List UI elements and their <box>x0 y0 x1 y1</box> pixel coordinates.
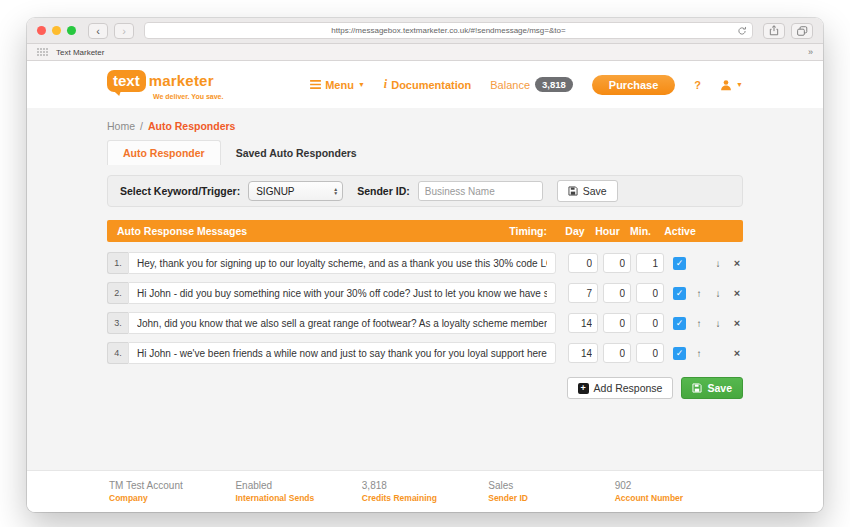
address-bar[interactable]: https://messagebox.textmarketer.co.uk/#!… <box>144 22 753 39</box>
footer-item: Sales Sender ID <box>488 480 614 503</box>
day-input[interactable] <box>568 253 598 273</box>
footer-label[interactable]: Sender ID <box>488 493 614 503</box>
footer-label[interactable]: International Sends <box>235 493 361 503</box>
save-disk-icon <box>692 383 702 393</box>
sender-id-input[interactable] <box>418 181 543 201</box>
day-input[interactable] <box>568 283 598 303</box>
overflow-chevrons[interactable]: » <box>808 47 813 57</box>
browser-toolbar: ‹ › https://messagebox.textmarketer.co.u… <box>27 18 823 44</box>
logo-name: marketer <box>149 72 214 89</box>
table-row: 2. ✓ ↑ ↓ × <box>107 282 743 304</box>
active-checkbox[interactable]: ✓ <box>673 287 686 300</box>
col-min: Min. <box>624 225 657 237</box>
delete-row-icon[interactable]: × <box>731 287 743 299</box>
day-input[interactable] <box>568 313 598 333</box>
plus-icon: + <box>578 383 589 394</box>
move-up-icon[interactable]: ↑ <box>693 348 705 359</box>
app-header: text marketer We deliver. You save. Menu… <box>27 61 823 108</box>
breadcrumb-separator: / <box>140 120 143 132</box>
footer-item: 902 Account Number <box>615 480 741 503</box>
documentation-link[interactable]: i Documentation <box>384 77 471 92</box>
hour-input[interactable] <box>603 283 631 303</box>
account-menu[interactable]: ▼ <box>720 79 743 91</box>
favorites-grid-icon[interactable] <box>37 48 48 56</box>
purchase-button[interactable]: Purchase <box>592 75 676 95</box>
footer-label[interactable]: Account Number <box>615 493 741 503</box>
browser-window: ‹ › https://messagebox.textmarketer.co.u… <box>27 18 823 512</box>
keyword-form: Select Keyword/Trigger: SIGNUP ▲▼ Sender… <box>107 175 743 207</box>
hour-input[interactable] <box>603 253 631 273</box>
day-input[interactable] <box>568 343 598 363</box>
footer-label[interactable]: Credits Remaining <box>362 493 488 503</box>
move-down-icon[interactable]: ↓ <box>712 258 724 269</box>
message-input[interactable] <box>128 252 556 274</box>
forward-button[interactable]: › <box>114 23 134 39</box>
footer-label[interactable]: Company <box>109 493 235 503</box>
balance-indicator: Balance 3,818 <box>490 77 573 92</box>
message-input[interactable] <box>128 282 556 304</box>
footer-value: Sales <box>488 480 614 491</box>
col-timing: Timing: <box>509 225 547 237</box>
footer-value: 3,818 <box>362 480 488 491</box>
col-active: Active <box>657 225 703 237</box>
keyword-save-button[interactable]: Save <box>557 180 618 202</box>
menu-button[interactable]: Menu▼ <box>310 79 365 91</box>
active-checkbox[interactable]: ✓ <box>673 317 686 330</box>
row-number: 1. <box>107 252 128 274</box>
user-icon <box>720 79 732 91</box>
bookmark-item[interactable]: Text Marketer <box>56 48 104 57</box>
share-icon[interactable] <box>763 23 785 39</box>
url-text: https://messagebox.textmarketer.co.uk/#!… <box>331 26 565 35</box>
message-input[interactable] <box>128 312 556 334</box>
min-input[interactable] <box>636 253 664 273</box>
hour-input[interactable] <box>603 313 631 333</box>
col-day: Day <box>559 225 591 237</box>
delete-row-icon[interactable]: × <box>731 317 743 329</box>
tab-saved-auto-responders[interactable]: Saved Auto Responders <box>221 141 372 165</box>
move-up-icon[interactable]: ↑ <box>693 318 705 329</box>
close-window-icon[interactable] <box>37 26 46 35</box>
sender-id-label: Sender ID: <box>357 185 410 197</box>
select-stepper-icon: ▲▼ <box>333 187 338 195</box>
hour-input[interactable] <box>603 343 631 363</box>
textmarketer-logo[interactable]: text marketer We deliver. You save. <box>107 70 223 100</box>
keyword-select[interactable]: SIGNUP ▲▼ <box>248 181 343 201</box>
min-input[interactable] <box>636 283 664 303</box>
tab-auto-responder[interactable]: Auto Responder <box>107 140 221 165</box>
delete-row-icon[interactable]: × <box>731 347 743 359</box>
main-content: Home / Auto Responders Auto Responder Sa… <box>27 108 823 470</box>
logo-tagline: We deliver. You save. <box>153 93 223 100</box>
reload-icon[interactable] <box>737 26 747 36</box>
active-checkbox[interactable]: ✓ <box>673 347 686 360</box>
footer-item: Enabled International Sends <box>235 480 361 503</box>
breadcrumb-home[interactable]: Home <box>107 120 135 132</box>
row-number: 3. <box>107 312 128 334</box>
zoom-window-icon[interactable] <box>67 26 76 35</box>
table-title: Auto Response Messages <box>117 225 247 237</box>
message-input[interactable] <box>128 342 556 364</box>
minimize-window-icon[interactable] <box>52 26 61 35</box>
footer-value: 902 <box>615 480 741 491</box>
move-up-icon[interactable]: ↑ <box>693 288 705 299</box>
keyword-label: Select Keyword/Trigger: <box>120 185 240 197</box>
add-response-button[interactable]: + Add Response <box>567 377 674 399</box>
balance-badge: 3,818 <box>535 77 573 92</box>
active-checkbox[interactable]: ✓ <box>673 257 686 270</box>
save-responses-button[interactable]: Save <box>681 377 743 399</box>
info-icon: i <box>384 77 387 92</box>
move-down-icon[interactable]: ↓ <box>712 318 724 329</box>
account-footer: TM Test Account Company Enabled Internat… <box>27 470 823 512</box>
row-number: 4. <box>107 342 128 364</box>
back-button[interactable]: ‹ <box>88 23 108 39</box>
move-down-icon[interactable]: ↓ <box>712 288 724 299</box>
tabs-overview-icon[interactable] <box>791 23 813 39</box>
table-row: 1. ✓ ↑ ↓ × <box>107 252 743 274</box>
delete-row-icon[interactable]: × <box>731 257 743 269</box>
min-input[interactable] <box>636 313 664 333</box>
help-button[interactable]: ? <box>694 79 701 91</box>
col-hour: Hour <box>591 225 624 237</box>
bookmarks-bar: Text Marketer » <box>27 44 823 61</box>
table-row: 4. ✓ ↑ ↓ × <box>107 342 743 364</box>
min-input[interactable] <box>636 343 664 363</box>
tab-bar: Auto Responder Saved Auto Responders <box>107 140 743 165</box>
